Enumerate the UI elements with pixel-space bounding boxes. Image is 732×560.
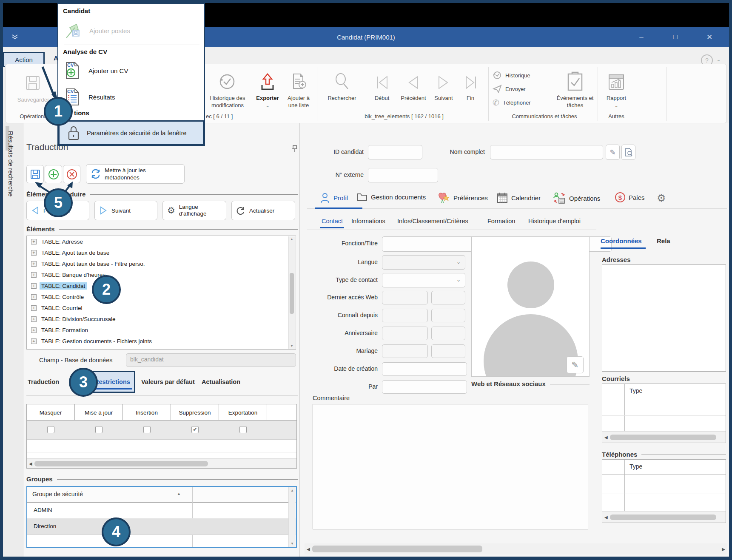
- anniversaire-input-2[interactable]: [431, 327, 465, 340]
- subtab-informations[interactable]: Informations: [351, 218, 385, 225]
- tab-paies[interactable]: $ Paies: [615, 192, 645, 202]
- edit-photo-button[interactable]: ✎: [567, 356, 584, 373]
- tree-item[interactable]: +TABLE: Courriel: [27, 302, 296, 313]
- refresh-elements-button[interactable]: Actualiser: [231, 201, 295, 220]
- tab-operations[interactable]: Opérations: [553, 192, 600, 204]
- menu-item-parametres-securite[interactable]: Paramètres de sécurité de la fenêtre: [58, 120, 204, 145]
- tab-valeurs-defaut[interactable]: Valeurs par défaut: [141, 378, 195, 385]
- expander-icon[interactable]: +: [31, 327, 37, 333]
- tree-item[interactable]: +TABLE: Ajout taux de base - Filtre pers…: [27, 258, 296, 269]
- group-row-admin[interactable]: ADMIN: [27, 503, 296, 519]
- history-modifications-button[interactable]: Historique des modifications: [203, 94, 252, 109]
- nom-complet-input[interactable]: [490, 145, 603, 159]
- group-row-direction[interactable]: Direction: [27, 519, 296, 535]
- menu-item-resultats[interactable]: CV Résultats: [64, 85, 200, 109]
- candidate-photo[interactable]: [471, 236, 590, 377]
- commentaire-textarea[interactable]: [313, 404, 588, 529]
- tree-item[interactable]: +TABLE: Adresse: [27, 236, 296, 247]
- telephones-hscrollbar[interactable]: ◀: [602, 511, 726, 523]
- menu-item-ajouter-postes[interactable]: Ajouter postes: [64, 18, 200, 43]
- tab-coordonnees[interactable]: Coordonnées: [601, 237, 642, 244]
- tab-profil[interactable]: Profil: [320, 192, 348, 203]
- scroll-left-icon[interactable]: ◀: [305, 547, 312, 551]
- tree-item[interactable]: +TABLE: Contrôle: [27, 291, 296, 302]
- scroll-up-icon[interactable]: ▲: [290, 237, 293, 241]
- connait-depuis-input-1[interactable]: [382, 309, 428, 322]
- tree-item[interactable]: +TABLE: Ajout taux de base: [27, 247, 296, 258]
- expander-icon[interactable]: +: [31, 305, 37, 311]
- first-record-button[interactable]: Début: [371, 94, 393, 102]
- par-input[interactable]: [382, 380, 467, 394]
- history-button[interactable]: Historique: [493, 71, 530, 80]
- report-button[interactable]: Rapport: [603, 94, 629, 102]
- mariage-input-1[interactable]: [382, 344, 428, 358]
- quick-access-icon[interactable]: [10, 32, 21, 42]
- scroll-up-icon[interactable]: ▲: [291, 489, 294, 492]
- dernier-acces-input-2[interactable]: [431, 291, 465, 304]
- tree-item[interactable]: +TABLE: Division/Succurusale: [27, 313, 296, 324]
- edit-name-button[interactable]: ✎: [606, 145, 620, 160]
- mariage-input-2[interactable]: [431, 344, 465, 358]
- subtab-infos-classement[interactable]: Infos/Classement/Critères: [397, 218, 468, 225]
- display-language-button[interactable]: ⚙ Langue d'affichage: [162, 201, 226, 220]
- close-button[interactable]: ✕: [698, 27, 721, 47]
- previous-record-button[interactable]: Précédent: [396, 94, 430, 102]
- phone-button[interactable]: ✆ Téléphoner: [493, 98, 531, 108]
- export-chevron-icon[interactable]: ⌄: [253, 103, 282, 108]
- scroll-right-icon[interactable]: ▶: [720, 547, 727, 551]
- courriels-header-row[interactable]: Type: [602, 384, 726, 399]
- export-button[interactable]: Exporter: [253, 94, 282, 102]
- grid-header-suppression[interactable]: Suppression: [171, 404, 219, 421]
- expander-icon[interactable]: +: [31, 261, 37, 267]
- type-contact-select[interactable]: ⌄: [382, 273, 465, 287]
- langue-select[interactable]: ⌄: [382, 255, 465, 270]
- checkbox-insertion[interactable]: [143, 426, 151, 433]
- tab-calendrier[interactable]: Calendrier: [497, 192, 541, 203]
- groups-header-row[interactable]: Groupe de sécurité ▲: [27, 487, 296, 503]
- grid-header-insertion[interactable]: Insertion: [123, 404, 171, 421]
- translation-cancel-button[interactable]: [63, 165, 80, 183]
- db-field-input[interactable]: blk_candidat: [126, 353, 296, 367]
- subtab-historique-emploi[interactable]: Historique d'emploi: [528, 218, 581, 225]
- tree-item[interactable]: +TABLE: Banque d'heures: [27, 269, 296, 280]
- expander-icon[interactable]: +: [31, 250, 37, 256]
- grid-header-exportation[interactable]: Exportation: [219, 404, 267, 421]
- scroll-left-icon[interactable]: ◀: [602, 515, 610, 520]
- report-chevron-icon[interactable]: ⌄: [603, 103, 629, 108]
- grid-hscrollbar[interactable]: ◀: [27, 458, 296, 468]
- tab-gestion-documents[interactable]: Gestion documents: [356, 192, 426, 202]
- next-record-button[interactable]: Suivant: [430, 94, 457, 102]
- help-chevron-icon[interactable]: ⌄: [716, 56, 721, 63]
- expander-icon[interactable]: +: [31, 316, 37, 322]
- expander-icon[interactable]: +: [31, 272, 37, 278]
- scroll-left-icon[interactable]: ◀: [27, 461, 34, 466]
- expander-icon[interactable]: +: [31, 338, 37, 344]
- minimize-button[interactable]: –: [629, 27, 653, 47]
- groups-scrollbar[interactable]: ▲ ▼: [288, 487, 296, 547]
- events-tasks-button[interactable]: Événements et tâches: [551, 94, 599, 109]
- checkbox-exportation[interactable]: [239, 426, 247, 433]
- expander-icon[interactable]: +: [31, 239, 37, 244]
- grid-header-mise-a-jour[interactable]: Mise à jour: [75, 404, 123, 421]
- expander-icon[interactable]: +: [31, 294, 37, 300]
- tab-preferences[interactable]: Préférences: [438, 192, 488, 203]
- anniversaire-input-1[interactable]: [382, 327, 428, 340]
- tree-item[interactable]: +TABLE: Gestion documents - Fichiers joi…: [27, 335, 296, 347]
- translation-add-button[interactable]: [45, 165, 62, 183]
- scroll-down-icon[interactable]: ▼: [290, 344, 293, 348]
- scroll-down-icon[interactable]: ▼: [291, 542, 294, 546]
- tree-item[interactable]: +TABLE: Formation: [27, 324, 296, 335]
- pin-icon[interactable]: [291, 145, 299, 152]
- expander-icon[interactable]: +: [31, 283, 37, 289]
- date-creation-input[interactable]: [382, 362, 467, 376]
- courriels-hscrollbar[interactable]: ◀: [602, 431, 726, 443]
- tab-actualisation[interactable]: Actualisation: [202, 378, 240, 385]
- connait-depuis-input-2[interactable]: [431, 309, 465, 322]
- translation-save-button[interactable]: [26, 165, 44, 183]
- settings-gear-icon[interactable]: ⚙: [657, 192, 666, 204]
- tab-restrictions[interactable]: Restrictions: [94, 378, 130, 385]
- maximize-button[interactable]: □: [664, 27, 687, 47]
- tree-scrollbar[interactable]: ▲ ▼: [288, 236, 295, 349]
- checkbox-masquer[interactable]: [47, 426, 54, 433]
- panel-hscrollbar[interactable]: ◀ ▶: [305, 543, 727, 554]
